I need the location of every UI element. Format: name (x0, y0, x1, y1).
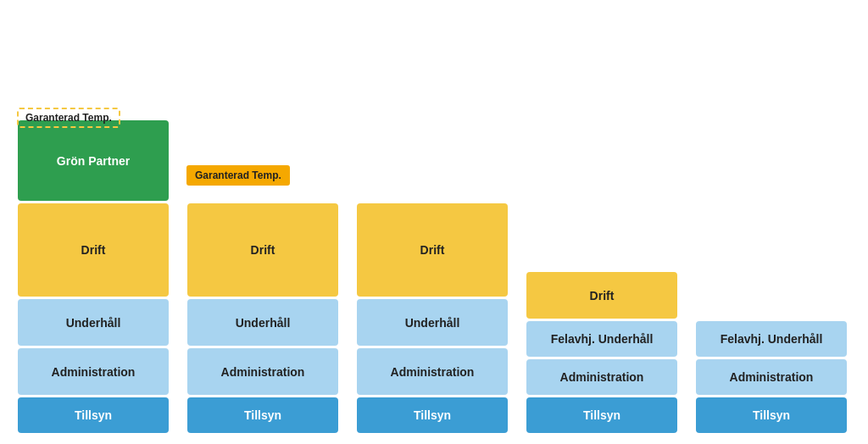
block-admin-col2: Administration (187, 348, 338, 395)
column-5: Felavhj. Underhåll Administration Tillsy… (687, 321, 856, 436)
block-tillsyn-col3: Tillsyn (357, 397, 508, 433)
block-felavhj-col4: Felavhj. Underhåll (526, 321, 677, 357)
block-felavhj-col5: Felavhj. Underhåll (696, 321, 847, 357)
block-underhall-col1: Underhåll (18, 299, 169, 346)
top-badge-col1: Garanterad Temp. (17, 108, 120, 128)
block-tillsyn-col2: Tillsyn (187, 397, 338, 433)
block-drift-col4: Drift (526, 272, 677, 319)
block-admin-col1: Administration (18, 348, 169, 395)
block-tillsyn-col5: Tillsyn (696, 397, 847, 433)
column-2: Garanterad Temp. Drift Underhåll Adminis… (178, 203, 348, 436)
block-drift-col2: Drift (187, 203, 338, 297)
block-admin-col5: Administration (696, 359, 847, 395)
top-badge-col2: Garanterad Temp. (186, 165, 290, 186)
column-3: Drift Underhåll Administration Tillsyn (348, 203, 517, 436)
column-4: Drift Felavhj. Underhåll Administration … (517, 272, 687, 436)
block-underhall-col2: Underhåll (187, 299, 338, 346)
block-underhall-col3: Underhåll (357, 299, 508, 346)
block-tillsyn-col4: Tillsyn (526, 397, 677, 433)
block-drift-col1: Drift (18, 203, 169, 297)
block-admin-col3: Administration (357, 348, 508, 395)
block-drift-col3: Drift (357, 203, 508, 297)
block-tillsyn-col1: Tillsyn (18, 397, 169, 433)
column-1: Garanterad Temp. Grön Partner Drift Unde… (8, 120, 178, 436)
block-admin-col4: Administration (526, 359, 677, 395)
block-gron-partner-col1: Grön Partner (18, 120, 169, 201)
chart-area: Garanterad Temp. Grön Partner Drift Unde… (0, 0, 868, 444)
